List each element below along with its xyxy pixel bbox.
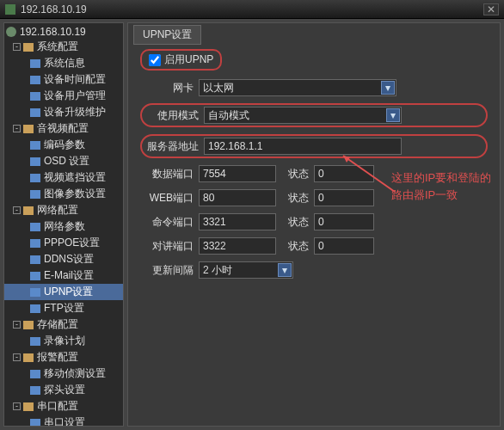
mode-select[interactable] [204, 107, 402, 124]
title-ip: 192.168.10.19 [21, 3, 87, 15]
tree-group-2[interactable]: -网络配置 [4, 202, 123, 218]
tree-item-0-0[interactable]: 系统信息 [4, 55, 123, 71]
talkport-input[interactable] [199, 237, 276, 255]
tree-item-0-2[interactable]: 设备用户管理 [4, 88, 123, 104]
tree-group-4[interactable]: -报警配置 [4, 349, 123, 366]
talkport-status[interactable] [314, 237, 374, 255]
interval-label: 更新间隔 [140, 263, 194, 278]
enable-upnp-checkbox[interactable] [149, 54, 161, 66]
tree-item-4-1[interactable]: 探头设置 [4, 382, 123, 398]
cmdport-status[interactable] [314, 213, 374, 230]
tree-item-4-0[interactable]: 移动侦测设置 [4, 366, 123, 382]
talkport-row: 对讲端口 状态 [140, 237, 488, 255]
tree-item-2-4[interactable]: UPNP设置 [4, 284, 123, 300]
titlebar: 192.168.10.19 ✕ [0, 0, 504, 19]
tree-item-0-1[interactable]: 设备时间配置 [4, 71, 123, 88]
webport-status[interactable] [314, 189, 374, 206]
cmdport-label: 命令端口 [140, 215, 194, 230]
tree-item-1-1[interactable]: OSD 设置 [4, 153, 123, 169]
nic-label: 网卡 [140, 81, 194, 95]
upnp-form: 启用UPNP 网卡 使用模式 服务器地址 数据端口 状态 WEB [128, 23, 500, 294]
annotation-text: 这里的IP要和登陆的路由器IP一致 [391, 169, 495, 203]
server-row: 服务器地址 [140, 134, 488, 158]
nic-row: 网卡 [140, 79, 488, 96]
server-label: 服务器地址 [145, 139, 199, 154]
tree-item-1-2[interactable]: 视频遮挡设置 [4, 169, 123, 186]
enable-upnp-row: 启用UPNP [140, 49, 222, 71]
status-label: 状态 [288, 239, 309, 254]
status-label: 状态 [288, 215, 309, 230]
tree-item-0-3[interactable]: 设备升级维护 [4, 104, 123, 120]
interval-row: 更新间隔 [140, 261, 488, 279]
tree-item-1-3[interactable]: 图像参数设置 [4, 186, 123, 202]
status-label: 状态 [288, 191, 309, 206]
enable-upnp-label: 启用UPNP [164, 52, 213, 67]
app-icon [5, 4, 15, 15]
webport-input[interactable] [199, 189, 276, 206]
tree-group-5[interactable]: -串口配置 [4, 398, 123, 415]
tree-item-2-1[interactable]: PPPOE设置 [4, 235, 123, 251]
dataport-label: 数据端口 [140, 167, 194, 181]
tree-group-1[interactable]: -音视频配置 [4, 120, 123, 137]
talkport-label: 对讲端口 [140, 239, 194, 254]
dataport-status[interactable] [314, 165, 374, 182]
mode-label: 使用模式 [145, 108, 199, 123]
webport-label: WEB端口 [140, 191, 194, 206]
tree-item-5-0[interactable]: 串口设置 [4, 415, 123, 427]
close-button[interactable]: ✕ [483, 3, 499, 15]
tree-group-0[interactable]: -系统配置 [4, 39, 123, 55]
cmdport-row: 命令端口 状态 [140, 213, 488, 230]
server-input[interactable] [204, 138, 402, 155]
tree-item-2-5[interactable]: FTP设置 [4, 300, 123, 316]
interval-select[interactable] [199, 261, 293, 279]
tree-host[interactable]: 192.168.10.19 [4, 25, 123, 39]
tree-item-1-0[interactable]: 编码参数 [4, 137, 123, 153]
main: 192.168.10.19-系统配置系统信息设备时间配置设备用户管理设备升级维护… [0, 19, 504, 430]
tree-group-3[interactable]: -存储配置 [4, 316, 123, 333]
content-panel: UPNP设置 启用UPNP 网卡 使用模式 服务器地址 数据端口 状 [127, 22, 501, 427]
tab-upnp[interactable]: UPNP设置 [133, 25, 201, 45]
mode-row: 使用模式 [140, 103, 488, 127]
tree-item-2-3[interactable]: E-Mail设置 [4, 267, 123, 284]
tree-item-3-0[interactable]: 录像计划 [4, 333, 123, 349]
dataport-input[interactable] [199, 165, 276, 182]
status-label: 状态 [288, 167, 309, 181]
sidebar-tree[interactable]: 192.168.10.19-系统配置系统信息设备时间配置设备用户管理设备升级维护… [3, 22, 124, 427]
nic-select[interactable] [199, 79, 396, 96]
cmdport-input[interactable] [199, 213, 276, 230]
tree-item-2-0[interactable]: 网络参数 [4, 218, 123, 235]
tree-item-2-2[interactable]: DDNS设置 [4, 251, 123, 267]
